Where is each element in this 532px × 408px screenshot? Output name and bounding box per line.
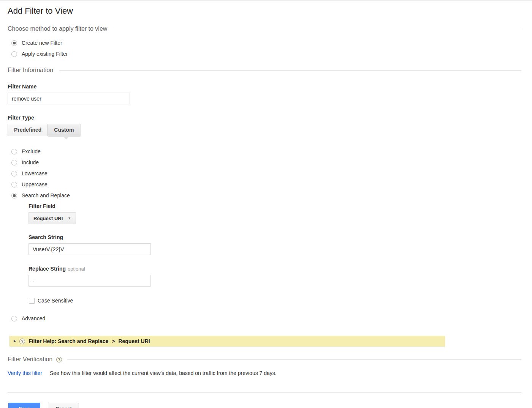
case-sensitive-label: Case Sensitive	[38, 298, 73, 304]
radio-create-new-filter[interactable]: Create new Filter	[11, 39, 521, 46]
verification-heading: Filter Verification	[8, 356, 52, 363]
section-divider-line	[113, 29, 521, 29]
verification-section-header: Filter Verification ?	[8, 356, 521, 363]
radio-advanced[interactable]: Advanced	[11, 315, 521, 322]
verify-description: See how this filter would affect the cur…	[50, 370, 277, 376]
radio-label: Apply existing Filter	[22, 51, 68, 57]
filter-field-label: Filter Field	[28, 203, 521, 209]
filter-field-dropdown[interactable]: Request URI ▼	[28, 212, 76, 224]
radio-icon[interactable]	[11, 316, 17, 321]
search-string-label: Search String	[28, 234, 521, 240]
filter-type-label: Filter Type	[8, 115, 521, 121]
save-button[interactable]: Save	[8, 403, 40, 408]
radio-apply-existing-filter[interactable]: Apply existing Filter	[11, 50, 521, 57]
filter-info-heading: Filter Information	[8, 67, 53, 74]
filter-help-context: Request URI	[118, 338, 150, 344]
radio-icon[interactable]	[11, 160, 17, 165]
footer-divider	[8, 392, 521, 393]
radio-uppercase[interactable]: Uppercase	[11, 181, 521, 188]
radio-exclude[interactable]: Exclude	[11, 148, 521, 155]
filter-info-section-header: Filter Information	[8, 67, 521, 74]
method-section-header: Choose method to apply filter to view	[8, 25, 521, 32]
radio-label: Exclude	[22, 148, 41, 154]
replace-string-label: Replace Stringoptional	[28, 266, 521, 272]
chevron-down-icon: ▼	[68, 217, 71, 220]
section-divider-line	[67, 359, 521, 360]
radio-icon[interactable]	[11, 193, 17, 198]
help-circle-icon[interactable]: ?	[56, 357, 62, 362]
filter-field-value: Request URI	[33, 216, 63, 221]
checkbox-icon[interactable]	[29, 298, 35, 304]
filter-type-tabs: Predefined Custom	[8, 124, 80, 136]
cancel-button[interactable]: Cancel	[48, 403, 79, 408]
radio-icon[interactable]	[11, 171, 17, 176]
breadcrumb-separator: >	[112, 338, 115, 344]
radio-label: Uppercase	[22, 181, 48, 187]
filter-name-input[interactable]	[8, 93, 130, 104]
filter-name-label: Filter Name	[8, 83, 521, 90]
verify-filter-link[interactable]: Verify this filter	[8, 370, 42, 376]
tab-custom[interactable]: Custom	[48, 124, 80, 136]
radio-label: Include	[22, 159, 39, 165]
replace-string-input[interactable]	[28, 275, 151, 287]
tab-caret-icon	[63, 136, 69, 140]
radio-icon[interactable]	[11, 182, 17, 187]
search-string-input[interactable]	[28, 243, 151, 255]
radio-search-and-replace[interactable]: Search and Replace	[11, 192, 521, 199]
radio-include[interactable]: Include	[11, 159, 521, 166]
help-circle-icon: ?	[19, 339, 25, 344]
radio-icon[interactable]	[11, 51, 17, 57]
radio-label: Advanced	[22, 315, 45, 321]
page-title: Add Filter to View	[8, 6, 521, 16]
filter-help-title: Filter Help: Search and Replace	[28, 338, 108, 344]
radio-label: Search and Replace	[22, 192, 70, 198]
filter-help-bar[interactable]: ▶ ? Filter Help: Search and Replace > Re…	[10, 336, 445, 347]
radio-label: Create new Filter	[22, 40, 62, 46]
radio-lowercase[interactable]: Lowercase	[11, 170, 521, 177]
tab-predefined[interactable]: Predefined	[8, 124, 48, 136]
search-replace-panel: Filter Field Request URI ▼ Search String…	[28, 203, 521, 304]
replace-string-label-text: Replace String	[28, 266, 66, 272]
radio-icon[interactable]	[11, 149, 17, 154]
section-divider-line	[59, 70, 521, 71]
case-sensitive-row[interactable]: Case Sensitive	[29, 298, 521, 304]
optional-hint: optional	[68, 266, 85, 272]
disclosure-triangle-icon[interactable]: ▶	[14, 340, 16, 343]
method-section-heading: Choose method to apply filter to view	[8, 25, 107, 32]
radio-icon[interactable]	[11, 40, 17, 46]
radio-label: Lowercase	[22, 170, 48, 176]
